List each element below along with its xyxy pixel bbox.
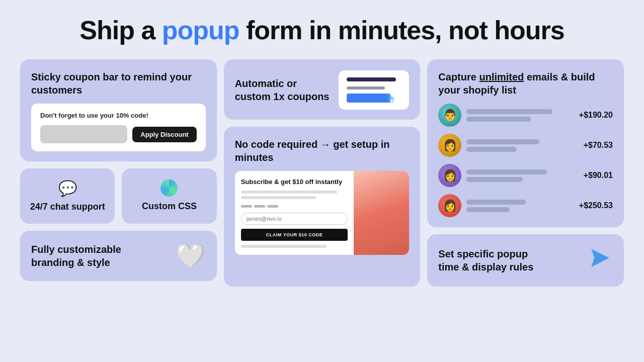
coupon-demo: Don't forget to use your 10% code! Apply… (31, 104, 206, 151)
capture-highlight: unlimited (479, 71, 524, 82)
bar-wrap-1 (466, 109, 574, 122)
email-row-3: 👩 +$90.01 (438, 164, 613, 187)
popup-line-2 (241, 196, 316, 199)
rules-title: Set specific popup time & display rules (438, 247, 549, 274)
email-amount-1: +$190.20 (579, 111, 613, 120)
email-amount-2: +$70.53 (584, 141, 613, 150)
apply-discount-button[interactable]: Apply Discount (132, 127, 196, 142)
avatar-4: 👩 (438, 194, 461, 217)
popup-image-shape (354, 171, 409, 255)
avatar-3: 👩 (438, 164, 461, 187)
no-code-title: No code required → get setup in minutes (235, 138, 410, 164)
capture-emails-card: Capture unlimited emails & build your sh… (427, 59, 624, 227)
popup-email-input[interactable] (241, 213, 348, 225)
branding-card: Fully customizable branding & style 🤍 (20, 231, 217, 281)
avatar-4-inner: 👩 (438, 194, 461, 217)
popup-demo: Subscribe & get $10 off instantly CLAIM … (235, 171, 410, 255)
coupon-input-fake (40, 125, 127, 143)
bar-wrap-3 (466, 169, 578, 182)
cursor-icon: 🖱 (385, 93, 396, 106)
email-row-4: 👩 +$250.53 (438, 194, 613, 217)
feature-grid: Sticky coupon bar to remind your custome… (20, 59, 624, 294)
coupon-demo-text: Don't forget to use your 10% code! (40, 112, 197, 119)
dash-3 (267, 205, 278, 208)
title-prefix: Ship a (79, 16, 162, 45)
avatar-1: 👨 (438, 104, 461, 127)
css-globe-icon (160, 179, 178, 197)
no-code-card: No code required → get setup in minutes … (224, 127, 421, 287)
capture-prefix: Capture (438, 71, 479, 82)
support-css-row: 💬 24/7 chat support Custom CSS (20, 168, 217, 224)
support-card: 💬 24/7 chat support (20, 168, 115, 224)
popup-right-image (354, 171, 409, 255)
coupon-line-1 (347, 77, 395, 81)
bar-wrap-4 (466, 200, 574, 212)
email-amount-3: +$90.01 (584, 171, 613, 180)
dash-1 (241, 205, 252, 208)
column-1: Sticky coupon bar to remind your custome… (20, 59, 217, 287)
email-amount-4: +$250.53 (579, 201, 613, 210)
email-bar-3b (466, 177, 522, 182)
capture-emails-title: Capture unlimited emails & build your sh… (438, 70, 613, 97)
popup-left: Subscribe & get $10 off instantly CLAIM … (235, 171, 354, 255)
popup-dashes (241, 205, 348, 208)
page-title: Ship a popup form in minutes, not hours (20, 15, 624, 45)
popup-line-bottom (241, 245, 327, 248)
title-highlight: popup (162, 16, 239, 45)
email-bar-1b (466, 117, 531, 122)
heart-icon: 🤍 (176, 242, 206, 270)
column-2: Automatic or custom 1x coupons 🖱 No code… (224, 59, 421, 287)
email-bar-3a (466, 169, 547, 174)
coupon-visual: 🖱 (339, 70, 409, 110)
coupon-bar-blue: 🖱 (347, 94, 390, 103)
email-list: 👨 +$190.20 👩 +$70.53 (438, 104, 613, 217)
avatar-2: 👩 (438, 134, 461, 157)
email-row-1: 👨 +$190.20 (438, 104, 613, 127)
title-suffix: form in minutes, not hours (239, 16, 565, 45)
email-row-2: 👩 +$70.53 (438, 134, 613, 157)
coupon-demo-row: Apply Discount (40, 125, 197, 143)
column-3: Capture unlimited emails & build your sh… (427, 59, 624, 287)
support-label: 24/7 chat support (30, 201, 105, 213)
email-bar-1a (466, 109, 552, 114)
rules-card: Set specific popup time & display rules (427, 234, 624, 287)
email-bar-2a (466, 139, 539, 144)
automatic-title: Automatic or custom 1x coupons (235, 77, 333, 103)
sticky-coupon-card: Sticky coupon bar to remind your custome… (20, 59, 217, 161)
avatar-1-inner: 👨 (438, 104, 461, 127)
avatar-3-inner: 👩 (438, 164, 461, 187)
email-bar-4b (466, 207, 509, 212)
email-bar-4a (466, 200, 525, 205)
coupon-line-2 (347, 86, 385, 89)
avatar-2-inner: 👩 (438, 134, 461, 157)
chat-icon: 💬 (58, 179, 77, 197)
dash-2 (254, 205, 265, 208)
css-card: Custom CSS (122, 168, 216, 224)
send-arrow-icon (588, 245, 613, 276)
sticky-coupon-title: Sticky coupon bar to remind your custome… (31, 70, 206, 97)
automatic-coupons-card: Automatic or custom 1x coupons 🖱 (224, 59, 421, 120)
css-label: Custom CSS (142, 201, 197, 212)
branding-title: Fully customizable branding & style (31, 243, 132, 269)
popup-demo-title: Subscribe & get $10 off instantly (241, 178, 348, 187)
popup-line-1 (241, 191, 337, 194)
bar-wrap-2 (466, 139, 578, 152)
svg-marker-0 (592, 249, 609, 266)
claim-button[interactable]: CLAIM YOUR $10 CODE (241, 229, 348, 241)
auto-inner: Automatic or custom 1x coupons 🖱 (235, 70, 410, 110)
email-bar-2b (466, 147, 517, 152)
